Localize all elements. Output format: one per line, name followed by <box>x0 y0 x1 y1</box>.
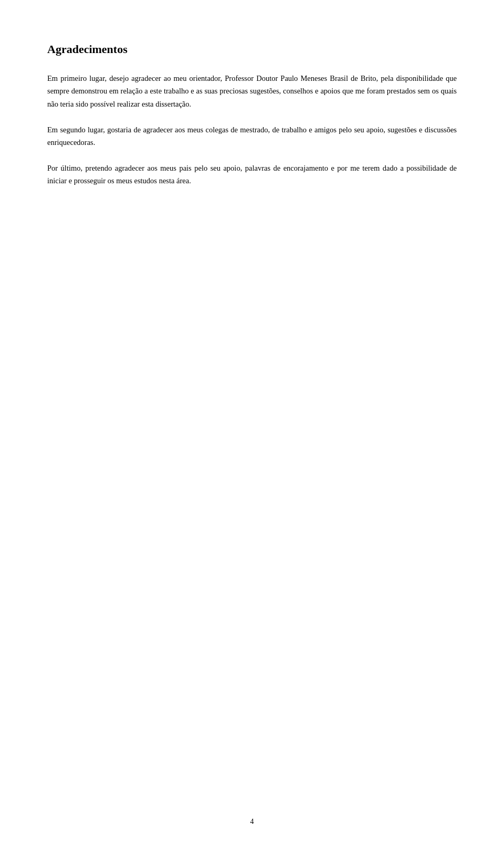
paragraph-2: Em segundo lugar, gostaria de agradecer … <box>47 123 457 149</box>
paragraph-3: Por último, pretendo agradecer aos meus … <box>47 162 457 187</box>
page-heading: Agradecimentos <box>47 42 457 57</box>
page: Agradecimentos Em primeiro lugar, desejo… <box>0 0 504 847</box>
paragraph-1: Em primeiro lugar, desejo agradecer ao m… <box>47 72 457 111</box>
page-number: 4 <box>250 818 254 826</box>
